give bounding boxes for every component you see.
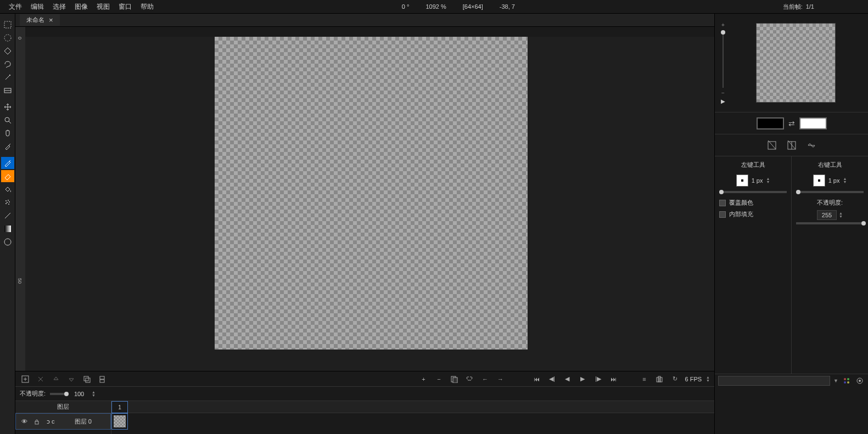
status-frame-label: 当前帧: — [783, 3, 803, 11]
overwrite-checkbox[interactable] — [719, 200, 726, 206]
tool-gradient[interactable] — [1, 223, 14, 235]
left-brush-slider[interactable] — [719, 191, 787, 193]
link-frame-button[interactable] — [464, 374, 475, 385]
onion-skin-button[interactable] — [654, 374, 665, 385]
tool-polygon-select[interactable] — [1, 45, 14, 57]
svg-rect-31 — [35, 421, 38, 424]
left-tool-title: 左键工具 — [719, 161, 787, 169]
preview-play-icon[interactable]: ▶ — [721, 98, 725, 104]
svg-point-40 — [844, 381, 846, 384]
svg-rect-23 — [86, 378, 90, 382]
svg-point-16 — [4, 239, 11, 245]
fps-spinner[interactable]: ▲▼ — [706, 376, 710, 382]
layer-down-button[interactable] — [66, 374, 77, 385]
right-opacity-input[interactable] — [817, 210, 837, 220]
foreground-color[interactable] — [757, 117, 784, 129]
prev-frame-button[interactable]: ◀| — [546, 374, 557, 385]
tool-rect-select[interactable] — [1, 19, 14, 31]
frame-right-button[interactable]: → — [495, 374, 506, 385]
right-brush-slider[interactable] — [796, 191, 864, 193]
play-button[interactable]: ▶ — [577, 374, 588, 385]
layers-header: 图层 — [15, 401, 111, 413]
next-frame-button[interactable]: |▶ — [592, 374, 603, 385]
menu-file[interactable]: 文件 — [4, 0, 26, 14]
background-color[interactable] — [799, 117, 827, 129]
svg-point-43 — [859, 380, 861, 382]
layer-row[interactable]: 👁 ɔ c 图层 0 — [15, 413, 111, 430]
mirror-v-button[interactable] — [805, 139, 817, 151]
tool-zoom[interactable] — [1, 114, 14, 126]
play-back-button[interactable]: ◀ — [562, 374, 573, 385]
frame-cell[interactable] — [111, 413, 128, 430]
menu-help[interactable]: 帮助 — [136, 0, 158, 14]
mirror-none-button[interactable] — [766, 139, 778, 151]
tool-magic-wand[interactable] — [1, 71, 14, 83]
document-tab[interactable]: 未命名 × — [20, 14, 60, 26]
list-view-button[interactable]: ≡ — [639, 374, 649, 385]
add-frame-button[interactable]: + — [418, 374, 429, 385]
palette-add-icon[interactable] — [855, 376, 865, 386]
tool-ellipse-select[interactable] — [1, 32, 14, 44]
right-tool-title: 右键工具 — [796, 161, 864, 169]
tool-line[interactable] — [1, 210, 14, 222]
layer-visibility-icon[interactable]: 👁 — [20, 418, 28, 425]
svg-point-39 — [847, 378, 849, 380]
tool-circle[interactable] — [1, 236, 14, 248]
layer-up-button[interactable] — [51, 374, 61, 385]
tool-move[interactable] — [1, 101, 14, 113]
layer-merge-button[interactable] — [97, 374, 108, 385]
left-brush-preview[interactable] — [736, 174, 748, 187]
fill-checkbox-row[interactable]: 内部填充 — [719, 210, 787, 218]
layer-copy-button[interactable] — [81, 374, 92, 385]
right-opacity-spinner[interactable]: ▲▼ — [839, 212, 843, 218]
tool-lasso-select[interactable] — [1, 58, 14, 70]
frame-left-button[interactable]: ← — [479, 374, 490, 385]
layer-opacity-input[interactable] — [71, 391, 87, 397]
layer-opacity-slider[interactable] — [50, 393, 66, 395]
layer-lock-icon[interactable] — [33, 418, 41, 425]
copy-frame-button[interactable] — [449, 374, 460, 385]
zoom-minus-icon[interactable]: − — [721, 90, 725, 96]
mirror-h-button[interactable] — [786, 139, 798, 151]
preview-zoom-slider[interactable]: + − ▶ — [718, 22, 729, 104]
tool-eyedropper[interactable] — [1, 140, 14, 153]
left-brush-spinner[interactable]: ▲▼ — [766, 177, 770, 184]
palette-dropdown-icon[interactable]: ▼ — [833, 378, 838, 384]
menu-edit[interactable]: 编辑 — [26, 0, 48, 14]
frame-number[interactable]: 1 — [111, 401, 128, 413]
right-opacity-slider[interactable] — [796, 222, 864, 224]
first-frame-button[interactable]: ⏮ — [531, 374, 542, 385]
layer-opacity-spinner[interactable]: ▲▼ — [92, 391, 96, 397]
fill-checkbox[interactable] — [719, 211, 726, 218]
tool-bucket[interactable] — [1, 183, 14, 195]
tool-color-select[interactable] — [1, 84, 14, 97]
menu-view[interactable]: 视图 — [92, 0, 114, 14]
add-layer-button[interactable] — [20, 374, 31, 385]
last-frame-button[interactable]: ⏭ — [608, 374, 619, 385]
tool-pan[interactable] — [1, 127, 14, 139]
zoom-plus-icon[interactable]: + — [721, 22, 725, 28]
tab-close-icon[interactable]: × — [49, 16, 53, 24]
right-brush-spinner[interactable]: ▲▼ — [843, 177, 847, 184]
menu-window[interactable]: 窗口 — [114, 0, 136, 14]
loop-button[interactable]: ↻ — [669, 374, 680, 385]
canvas[interactable] — [215, 37, 528, 350]
right-brush-preview[interactable] — [813, 174, 825, 187]
svg-rect-24 — [100, 376, 104, 379]
status-dimensions: [64×64] — [463, 3, 483, 10]
menu-image[interactable]: 图像 — [70, 0, 92, 14]
layer-opacity-label: 不透明度: — [20, 390, 46, 398]
canvas-viewport[interactable] — [25, 37, 714, 371]
svg-rect-0 — [4, 21, 11, 28]
tabbar: 未命名 × — [15, 14, 714, 27]
tool-spray[interactable] — [1, 196, 14, 208]
delete-frame-button[interactable]: − — [433, 374, 444, 385]
swap-colors-icon[interactable]: ⇄ — [788, 119, 795, 128]
tool-eraser[interactable] — [1, 170, 14, 182]
palette-dropdown[interactable] — [718, 376, 830, 386]
delete-layer-button[interactable] — [35, 374, 46, 385]
palette-grid-icon[interactable] — [842, 376, 852, 386]
tool-pencil[interactable] — [1, 157, 14, 169]
overwrite-checkbox-row[interactable]: 覆盖颜色 — [719, 199, 787, 207]
menu-select[interactable]: 选择 — [48, 0, 70, 14]
